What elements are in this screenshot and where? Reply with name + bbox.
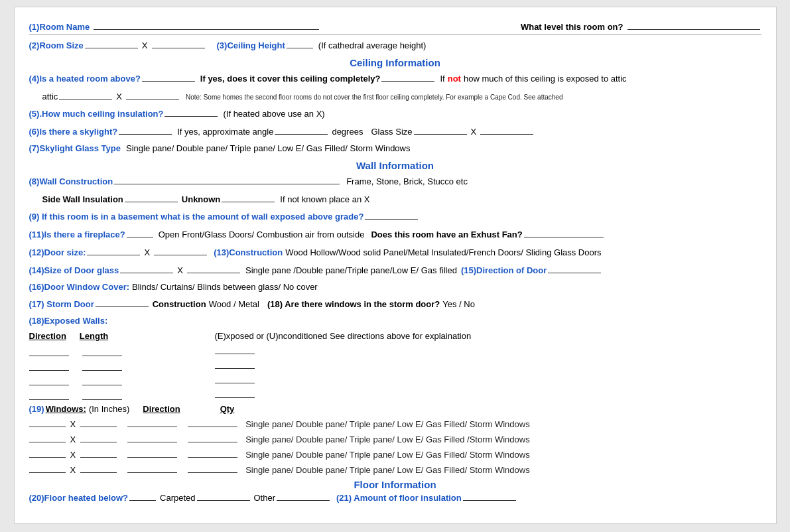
floor-row: (20)Floor heated below? Carpeted Other (… [29,490,761,505]
q14-row: (14)Size of Door glass X Single pane /Do… [29,263,761,278]
q20c-input[interactable] [277,490,330,501]
room-size-row: (2)Room Size X (3)Ceiling Height (If cat… [29,38,761,53]
exposed-wall-row-1 [29,344,761,356]
ceiling-title: Ceiling Information [29,57,761,68]
q6d-h-input[interactable] [480,124,533,135]
q6b-input[interactable] [275,124,328,135]
win-dir-input-1[interactable] [127,417,177,427]
win-w-input-3[interactable] [29,447,66,458]
q8d-input[interactable] [222,192,275,202]
level-input[interactable] [627,19,760,30]
q14-w-input[interactable] [120,263,173,273]
q9-input[interactable] [365,209,418,220]
win-h-input-4[interactable] [80,462,117,473]
win-qty-input-1[interactable] [188,417,237,427]
dir-input-4[interactable] [29,389,69,400]
q11c-input[interactable] [524,227,604,237]
q14b-label: Single pane /Double pane/Triple pane/Low… [245,264,457,278]
win-x-3: X [70,450,76,460]
win-qty-input-2[interactable] [188,432,237,442]
q5-input[interactable] [165,106,218,117]
len-input-1[interactable] [82,346,122,356]
room-name-input[interactable] [94,19,319,30]
q4-input[interactable] [142,71,195,82]
win-h-input-2[interactable] [80,432,117,442]
q14-h-input[interactable] [187,263,240,273]
len-input-3[interactable] [82,375,122,385]
window-row-4: X Single pane/ Double pane/ Triple pane/… [29,462,761,475]
q18b-row: (18)Exposed Walls: [29,314,761,328]
q8d-label: Unknown [182,193,221,207]
dir-input-2[interactable] [29,360,69,371]
len-input-2[interactable] [82,360,122,371]
direction-header: Direction [29,331,66,341]
q17-input[interactable] [96,297,149,307]
q8-row: (8)Wall Construction Frame, Stone, Brick… [29,174,761,189]
win-qty-input-3[interactable] [188,447,237,458]
q17b-label: Construction [153,298,206,312]
q12-row: (12)Door size: X (13)Construction Wood H… [29,245,761,260]
win-w-input-2[interactable] [29,432,66,442]
q4b-input[interactable] [381,71,434,82]
q20-input[interactable] [129,490,156,501]
win-h-input-1[interactable] [80,417,117,427]
ceiling-height-label: (3)Ceiling Height [217,39,285,53]
q18a-label: (18) Are there windows in the storm door… [267,298,440,312]
q16-label: (16)Door Window Cover: [29,281,130,295]
q6-input[interactable] [119,124,172,135]
q11-input[interactable] [127,227,153,237]
windows-qty-label: Qty [220,404,235,414]
win-h-input-3[interactable] [80,447,117,458]
dir-input-1[interactable] [29,346,69,356]
room-size-w-input[interactable] [85,38,138,48]
q15-input[interactable] [548,263,601,273]
q6c-label: degrees [332,125,363,139]
form-page: (1)Room Name What level this room on? (2… [14,7,777,524]
q6d-label: Glass Size [371,125,412,139]
q4-row: (4)Is a heated room above? If yes, does … [29,71,761,86]
windows-inches-label: (In Inches) [89,404,129,414]
win-dir-input-2[interactable] [127,432,177,442]
win-desc-1: Single pane/ Double pane/ Triple pane/ L… [245,419,530,429]
q8-insulation-row: Side Wall Insulation Unknown If not know… [42,192,761,207]
q16-row: (16)Door Window Cover: Blinds/ Curtains/… [29,281,761,295]
eu-input-3[interactable] [215,373,255,383]
ceiling-height-input[interactable] [287,38,313,48]
q12-h-input[interactable] [154,245,207,255]
q17c-label: Wood / Metal [209,298,259,312]
win-qty-input-4[interactable] [188,462,237,473]
q8c-input[interactable] [125,192,178,202]
win-dir-input-3[interactable] [127,447,177,458]
q6d-w-input[interactable] [414,124,467,135]
level-label: What level this room on? [521,22,624,32]
dir-input-3[interactable] [29,375,69,385]
win-w-input-4[interactable] [29,462,66,473]
len-input-4[interactable] [82,389,122,400]
room-size-label: (2)Room Size [29,39,84,53]
q8-label: (8)Wall Construction [29,175,113,189]
q12-w-input[interactable] [87,245,140,255]
q8-input[interactable] [114,174,340,184]
q20b-input[interactable] [197,490,250,501]
q18b-label: (18)Exposed Walls: [29,314,108,328]
eu-input-4[interactable] [215,387,255,398]
win-dir-input-4[interactable] [127,462,177,473]
q5-row: (5).How much ceiling insulation? (If hea… [29,106,761,121]
room-size-h-input[interactable] [152,38,205,48]
win-w-input-1[interactable] [29,417,66,427]
eu-input-1[interactable] [215,344,255,354]
attic-note: Note: Some homes the second floor rooms … [186,92,562,103]
q5-label: (5).How much ceiling insulation? [29,107,164,121]
attic-input2[interactable] [126,89,179,100]
q11b-label: Open Front/Glass Doors/ Combustion air f… [159,228,365,242]
q20c-label: Other [254,492,276,505]
windows-section: (19) Windows: (In Inches) Direction Qty … [29,404,761,475]
q7-label: (7)Skylight Glass Type [29,142,121,156]
q6-label: (6)Is there a skylight? [29,125,118,139]
q4d-label: how much of this ceiling is exposed to a… [464,72,627,86]
q21-input[interactable] [463,490,516,501]
attic-input[interactable] [59,89,112,100]
wall-title: Wall Information [29,160,761,171]
q16b-label: Blinds/ Curtains/ Blinds between glass/ … [132,281,318,295]
eu-input-2[interactable] [215,358,255,369]
